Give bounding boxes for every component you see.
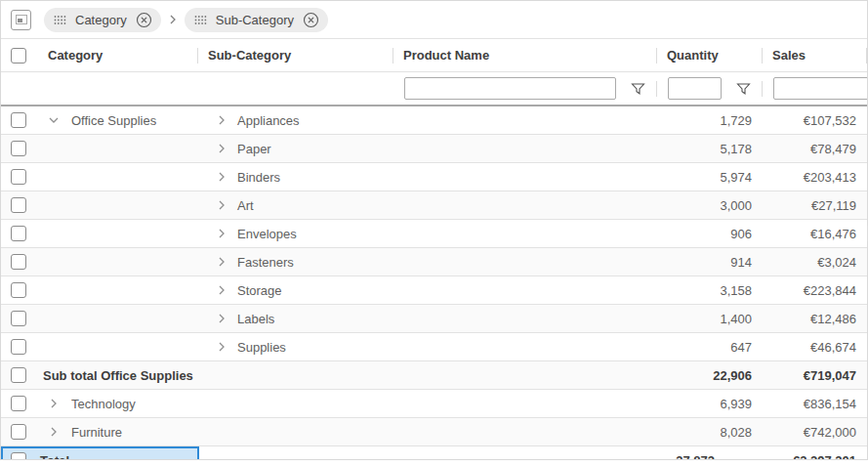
- select-all-checkbox[interactable]: [11, 48, 26, 64]
- sub-category-cell: Paper: [198, 135, 393, 162]
- row-checkbox-cell: [1, 248, 38, 275]
- row-checkbox-cell: [1, 220, 38, 247]
- filter-empty-cell: [1, 72, 38, 105]
- chevron-down-icon[interactable]: [48, 114, 60, 126]
- row-checkbox-cell: [1, 163, 38, 191]
- category-cell: [38, 220, 198, 247]
- quantity-value: 8,028: [657, 418, 763, 445]
- category-cell: [38, 305, 198, 332]
- quantity-value: 1,729: [657, 106, 763, 134]
- filter-row: [1, 72, 867, 106]
- row-checkbox[interactable]: [11, 452, 26, 460]
- category-cell: [38, 333, 198, 360]
- product-name-cell: [393, 333, 657, 360]
- row-checkbox[interactable]: [11, 169, 26, 185]
- group-panel: Category Sub-Category: [1, 1, 867, 39]
- category-cell: [38, 135, 198, 162]
- row-checkbox[interactable]: [11, 396, 26, 411]
- column-header-product-name[interactable]: Product Name: [393, 39, 657, 71]
- chevron-right-icon[interactable]: [216, 256, 227, 268]
- header-row: Category Sub-Category Product Name Quant…: [1, 39, 867, 72]
- drag-handle-icon: [54, 16, 66, 24]
- sales-filter-input[interactable]: [773, 77, 868, 100]
- sales-value: €719,047: [763, 361, 867, 389]
- filter-cell-sales: [763, 72, 868, 105]
- row-checkbox-cell: [1, 418, 38, 445]
- column-header-category[interactable]: Category: [38, 39, 198, 71]
- selected-total-cell[interactable]: Total: [1, 446, 199, 460]
- sub-category-cell: Labels: [198, 305, 393, 332]
- filter-cell-product-name: [393, 72, 657, 105]
- group-chip-category[interactable]: Category: [44, 8, 161, 32]
- row-checkbox[interactable]: [11, 367, 26, 383]
- chevron-right-icon[interactable]: [216, 284, 227, 296]
- category-cell: [38, 191, 198, 219]
- filter-empty-cell: [38, 72, 198, 105]
- column-header-sub-category[interactable]: Sub-Category: [198, 39, 393, 71]
- chevron-right-icon[interactable]: [48, 426, 60, 438]
- row-checkbox[interactable]: [11, 226, 26, 241]
- remove-group-icon[interactable]: [136, 12, 152, 28]
- column-header-quantity[interactable]: Quantity: [657, 39, 763, 71]
- group-chip-sub-category[interactable]: Sub-Category: [185, 8, 328, 32]
- quantity-value: 6,939: [657, 390, 763, 417]
- column-header-sales[interactable]: Sales: [763, 39, 867, 71]
- row-checkbox-cell: [1, 191, 38, 219]
- sub-category-cell: Appliances: [198, 106, 393, 134]
- row-checkbox[interactable]: [11, 424, 26, 440]
- sub-category-label: Art: [237, 198, 254, 213]
- row-checkbox-cell: [1, 305, 38, 332]
- column-header-label: Category: [48, 48, 103, 63]
- chevron-right-icon[interactable]: [216, 228, 227, 239]
- remove-group-icon[interactable]: [303, 12, 319, 28]
- sub-category-label: Storage: [237, 283, 282, 298]
- category-label: Technology: [71, 397, 136, 411]
- sub-category-cell: Storage: [198, 276, 393, 304]
- chevron-right-icon: [168, 14, 178, 25]
- product-name-cell: [393, 248, 657, 275]
- spacer-cell: [199, 446, 356, 460]
- sales-value: €107,532: [763, 106, 867, 134]
- sub-category-label: Binders: [237, 170, 280, 185]
- product-name-filter-input[interactable]: [404, 77, 616, 100]
- table-row: Furniture 8,028 €742,000: [1, 418, 867, 446]
- chevron-right-icon[interactable]: [216, 114, 227, 126]
- product-name-cell: [393, 305, 657, 332]
- chevron-right-icon[interactable]: [216, 199, 227, 211]
- row-checkbox[interactable]: [11, 112, 26, 128]
- chevron-right-icon[interactable]: [216, 171, 227, 183]
- chevron-right-icon[interactable]: [216, 341, 227, 353]
- category-cell: Technology: [38, 390, 198, 417]
- product-name-cell: [393, 135, 657, 162]
- quantity-value: 914: [657, 248, 763, 275]
- quantity-value: 647: [657, 333, 763, 360]
- sub-category-label: Envelopes: [237, 227, 297, 241]
- category-cell: [38, 163, 198, 191]
- quantity-value: 37,873: [620, 446, 725, 460]
- table-row: Technology 6,939 €836,154: [1, 390, 867, 418]
- row-checkbox[interactable]: [11, 339, 26, 355]
- row-checkbox[interactable]: [11, 197, 26, 213]
- grid-body: Office Supplies Appliances 1,729 €107,53…: [1, 106, 867, 460]
- row-checkbox[interactable]: [11, 311, 26, 326]
- row-checkbox[interactable]: [11, 282, 26, 298]
- sub-category-label: Paper: [237, 142, 271, 156]
- product-name-cell: [393, 163, 657, 191]
- chevron-right-icon[interactable]: [216, 143, 227, 154]
- row-checkbox[interactable]: [11, 254, 26, 270]
- sub-category-cell: Envelopes: [198, 220, 393, 247]
- group-panel-toggle-button[interactable]: [11, 10, 31, 30]
- chevron-right-icon[interactable]: [48, 398, 60, 409]
- table-row: Labels 1,400 €12,486: [1, 305, 867, 333]
- product-name-filter-menu-button[interactable]: [631, 82, 645, 96]
- drag-handle-icon: [194, 16, 207, 24]
- quantity-filter-input[interactable]: [668, 77, 722, 100]
- table-row: Storage 3,158 €223,844: [1, 276, 867, 305]
- quantity-filter-menu-button[interactable]: [736, 82, 751, 96]
- row-checkbox[interactable]: [11, 141, 26, 156]
- subtotal-label-cell: Sub total Office Supplies: [38, 361, 393, 389]
- chevron-right-icon[interactable]: [216, 313, 227, 324]
- sub-category-cell: Binders: [198, 163, 393, 191]
- sales-value: €203,413: [763, 163, 867, 191]
- sub-category-label: Supplies: [237, 340, 286, 355]
